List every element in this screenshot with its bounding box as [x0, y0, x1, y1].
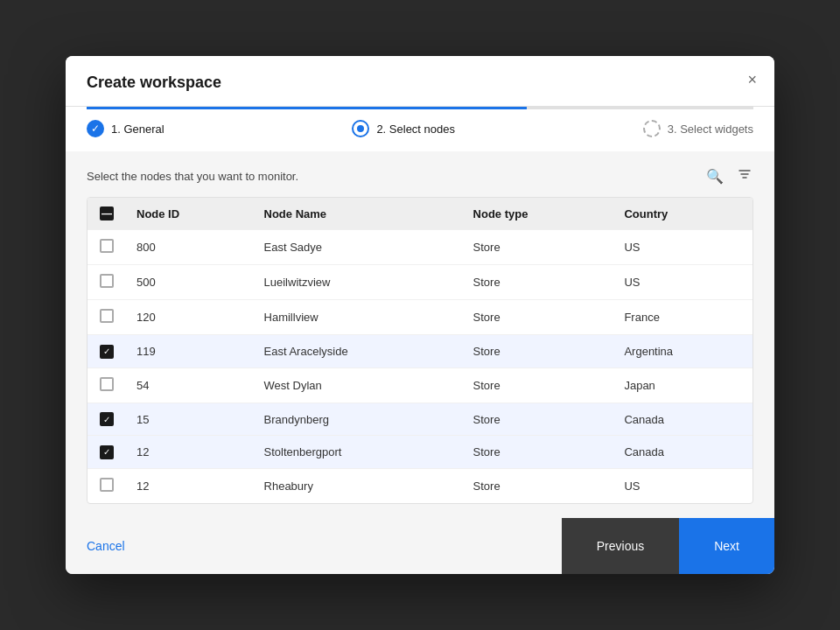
header-node-name: Node Name	[254, 198, 463, 230]
row-checkbox[interactable]	[100, 309, 114, 323]
node-id: 119	[126, 335, 254, 368]
node-type: Store	[463, 436, 614, 469]
node-id: 120	[126, 300, 254, 335]
node-country: France	[613, 300, 752, 335]
header-node-type: Node type	[463, 198, 614, 230]
header-node-id: Node ID	[126, 198, 254, 230]
filter-icon	[738, 169, 752, 184]
step-general: ✓ 1. General	[87, 120, 164, 137]
step-label-select-nodes: 2. Select nodes	[376, 122, 455, 136]
row-checkbox[interactable]	[100, 377, 114, 391]
row-checkbox-cell	[88, 468, 126, 503]
table-header-row: — Node ID Node Name Node type Country	[88, 198, 752, 230]
nodes-table: — Node ID Node Name Node type Country 80…	[88, 198, 752, 503]
node-name: Stoltenbergport	[254, 436, 463, 469]
node-id: 54	[126, 368, 254, 402]
row-checkbox[interactable]: ✓	[100, 412, 114, 426]
search-icon: 🔍	[706, 169, 724, 184]
node-type: Store	[463, 468, 614, 503]
step-icon-general: ✓	[87, 120, 104, 137]
stepper: ✓ 1. General 2. Select nodes 3. Select w…	[66, 107, 774, 151]
node-country: US	[613, 230, 752, 265]
nodes-table-wrapper: — Node ID Node Name Node type Country 80…	[87, 197, 753, 504]
node-name: West Dylan	[254, 368, 463, 402]
row-checkbox[interactable]	[100, 274, 114, 288]
header-country: Country	[613, 198, 752, 230]
row-checkbox-cell: ✓	[88, 436, 126, 469]
node-id: 500	[126, 265, 254, 300]
step-label-select-widgets: 3. Select widgets	[668, 122, 753, 136]
body-description: Select the nodes that you want to monito…	[87, 170, 298, 183]
modal-footer: Cancel Previous Next	[66, 518, 774, 574]
modal-header: Create workspace ×	[66, 56, 774, 107]
node-type: Store	[463, 368, 614, 402]
node-name: Brandynberg	[254, 402, 463, 436]
table-row: 120HamillviewStoreFrance	[88, 300, 752, 335]
select-all-checkbox[interactable]: —	[100, 206, 114, 220]
modal-title: Create workspace	[87, 74, 221, 91]
footer-right: Previous Next	[562, 518, 774, 574]
row-checkbox-cell	[88, 230, 126, 265]
node-name: East Sadye	[254, 230, 463, 265]
node-name: Rheabury	[254, 468, 463, 503]
row-checkbox-cell	[88, 300, 126, 335]
create-workspace-modal: Create workspace × ✓ 1. General 2. Selec…	[66, 56, 774, 574]
footer-left: Cancel	[66, 518, 562, 574]
step-select-widgets: 3. Select widgets	[643, 120, 753, 137]
table-row: 800East SadyeStoreUS	[88, 230, 752, 265]
row-checkbox[interactable]	[100, 478, 114, 492]
node-id: 12	[126, 468, 254, 503]
filter-button[interactable]	[736, 165, 753, 186]
node-type: Store	[463, 230, 614, 265]
table-row: ✓119East AracelysideStoreArgentina	[88, 335, 752, 368]
node-country: Argentina	[613, 335, 752, 368]
node-id: 800	[126, 230, 254, 265]
node-id: 15	[126, 402, 254, 436]
row-checkbox-cell: ✓	[88, 335, 126, 368]
row-checkbox[interactable]	[100, 239, 114, 253]
node-country: US	[613, 468, 752, 503]
node-name: Hamillview	[254, 300, 463, 335]
body-header: Select the nodes that you want to monito…	[87, 165, 753, 186]
row-checkbox-cell	[88, 368, 126, 402]
node-country: Canada	[613, 436, 752, 469]
node-type: Store	[463, 300, 614, 335]
progress-bar-fill	[87, 107, 527, 109]
previous-button[interactable]: Previous	[562, 518, 679, 574]
cancel-button[interactable]: Cancel	[87, 539, 125, 553]
node-type: Store	[463, 265, 614, 300]
step-icon-select-widgets	[643, 120, 661, 137]
step-icon-select-nodes	[352, 120, 369, 137]
step-label-general: 1. General	[111, 122, 164, 136]
node-country: US	[613, 265, 752, 300]
node-type: Store	[463, 402, 614, 436]
search-button[interactable]: 🔍	[704, 165, 725, 186]
row-checkbox-cell: ✓	[88, 402, 126, 436]
body-actions: 🔍	[704, 165, 753, 186]
progress-bar	[87, 107, 753, 109]
table-row: 54West DylanStoreJapan	[88, 368, 752, 402]
table-row: ✓15BrandynbergStoreCanada	[88, 402, 752, 436]
node-name: Lueilwitzview	[254, 265, 463, 300]
node-name: East Aracelyside	[254, 335, 463, 368]
next-button[interactable]: Next	[679, 518, 774, 574]
table-row: 12RheaburyStoreUS	[88, 468, 752, 503]
step-select-nodes: 2. Select nodes	[352, 120, 455, 137]
node-country: Japan	[613, 368, 752, 402]
node-id: 12	[126, 436, 254, 469]
steps-container: ✓ 1. General 2. Select nodes 3. Select w…	[87, 120, 753, 137]
table-row: 500LueilwitzviewStoreUS	[88, 265, 752, 300]
node-country: Canada	[613, 402, 752, 436]
close-button[interactable]: ×	[747, 72, 757, 88]
row-checkbox-cell	[88, 265, 126, 300]
header-checkbox-cell: —	[88, 198, 126, 230]
row-checkbox[interactable]: ✓	[100, 445, 114, 459]
row-checkbox[interactable]: ✓	[100, 345, 114, 359]
modal-body: Select the nodes that you want to monito…	[66, 151, 774, 518]
table-row: ✓12StoltenbergportStoreCanada	[88, 436, 752, 469]
node-type: Store	[463, 335, 614, 368]
